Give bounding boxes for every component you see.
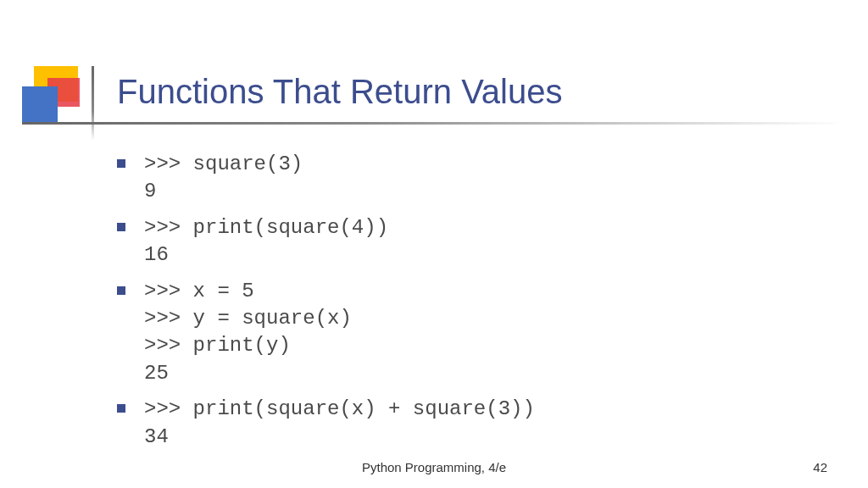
slide-title: Functions That Return Values <box>117 73 562 111</box>
list-item: >>> x = 5 >>> y = square(x) >>> print(y)… <box>117 278 812 388</box>
horizontal-divider <box>22 122 844 125</box>
code-snippet: >>> x = 5 >>> y = square(x) >>> print(y)… <box>144 278 352 388</box>
list-item: >>> square(3) 9 <box>117 151 812 206</box>
bullet-icon <box>117 286 125 295</box>
footer-book-title: Python Programming, 4/e <box>362 460 506 474</box>
bullet-icon <box>117 223 125 231</box>
list-item: >>> print(square(x) + square(3)) 34 <box>117 396 812 451</box>
bullet-icon <box>117 159 125 168</box>
slide-content: >>> square(3) 9 >>> print(square(4)) 16 … <box>117 151 812 459</box>
list-item: >>> print(square(4)) 16 <box>117 214 812 269</box>
slide-footer: Python Programming, 4/e 42 <box>0 460 868 474</box>
bullet-icon <box>117 404 125 413</box>
slide-decoration <box>22 66 98 125</box>
vertical-divider <box>92 66 94 141</box>
footer-page-number: 42 <box>813 460 827 474</box>
code-snippet: >>> print(square(4)) 16 <box>144 214 388 269</box>
code-snippet: >>> square(3) 9 <box>144 151 303 206</box>
blue-accent <box>22 86 58 122</box>
code-snippet: >>> print(square(x) + square(3)) 34 <box>144 396 535 451</box>
